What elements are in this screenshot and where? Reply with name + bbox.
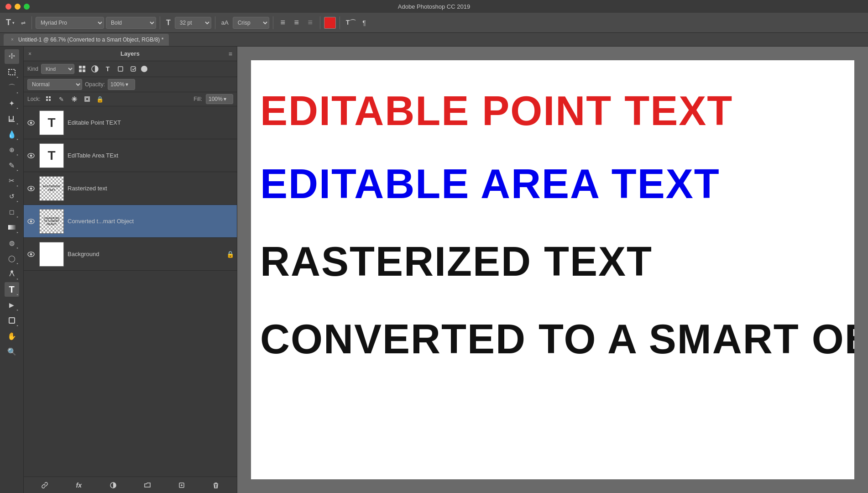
shape-tool[interactable]: ▸ [5, 313, 19, 328]
filter-shape-button[interactable] [115, 64, 125, 74]
filter-enable-circle[interactable] [141, 66, 147, 72]
blend-mode-select[interactable]: Normal Dissolve Multiply Screen Overlay [27, 79, 82, 90]
font-size-icon: T [164, 17, 173, 28]
fill-number: 100% [209, 96, 223, 102]
new-fill-layer-button[interactable] [108, 480, 119, 491]
layers-panel: × Layers ≡ Kind Kind Name Effect Mode At… [24, 47, 237, 493]
stamp-tool[interactable]: ✂ ▸ [5, 173, 19, 188]
gradient-tool[interactable]: ▸ [5, 220, 19, 235]
layer-name: Editable Point TEXT [68, 119, 234, 126]
crop-tool[interactable]: ▸ [5, 111, 19, 126]
main-toolbar: T ▾ ⇌ Myriad Pro Bold T 32 pt aA Crisp ≡… [0, 13, 868, 33]
filter-pixel-button[interactable] [77, 64, 87, 74]
aa-icon: aA [219, 18, 231, 27]
align-left-button[interactable]: ≡ [277, 17, 289, 29]
svg-rect-0 [9, 69, 15, 75]
lock-all-button[interactable]: 🔒 [95, 94, 105, 104]
path-selection-tool[interactable]: ▶ ▸ [5, 298, 19, 312]
selection-tool[interactable]: ▸ [5, 65, 19, 79]
zoom-tool[interactable]: 🔍 [5, 344, 19, 359]
maximize-button[interactable] [24, 4, 30, 10]
canvas-text-4: CONVERTED TO A SMART OBJECT [260, 316, 854, 363]
magic-wand-tool[interactable]: ✦ ▸ [5, 96, 19, 110]
title-bar: Adobe Photoshop CC 2019 [0, 0, 868, 13]
new-group-button[interactable] [142, 480, 153, 491]
layers-panel-header: × Layers ≡ [24, 47, 237, 61]
svg-rect-5 [83, 66, 85, 68]
layer-visibility-toggle[interactable] [26, 219, 36, 224]
lock-pixels-button[interactable] [44, 94, 53, 104]
char-panel-button[interactable]: ¶ [360, 18, 368, 28]
align-center-button[interactable]: ≡ [291, 17, 303, 29]
brush-tool[interactable]: ✎ ▸ [5, 158, 19, 173]
fill-value[interactable]: 100% ▾ [206, 94, 233, 104]
antialiasing-select[interactable]: Crisp [233, 17, 269, 29]
close-button[interactable] [5, 4, 11, 10]
font-name-select[interactable]: Myriad Pro [36, 17, 104, 29]
type-tool-button[interactable]: T ▾ [4, 16, 17, 29]
font-size-select[interactable]: 32 pt [175, 17, 211, 29]
document-tab[interactable]: × Untitled-1 @ 66.7% (Converted to a Sma… [4, 34, 169, 46]
svg-rect-20 [86, 98, 89, 100]
layer-visibility-toggle[interactable] [26, 186, 36, 191]
minimize-button[interactable] [15, 4, 21, 10]
font-style-select[interactable]: Bold [106, 17, 156, 29]
tab-label: Untitled-1 @ 66.7% (Converted to a Smart… [18, 37, 163, 43]
filter-smart-button[interactable] [128, 64, 138, 74]
svg-point-2 [11, 271, 13, 273]
new-layer-button[interactable] [176, 480, 187, 491]
opacity-value[interactable]: 100% ▾ [108, 79, 135, 90]
fill-label: Fill: [193, 96, 202, 102]
opacity-arrow[interactable]: ▾ [125, 81, 128, 88]
tab-bar: × Untitled-1 @ 66.7% (Converted to a Sma… [0, 33, 868, 47]
layer-visibility-toggle[interactable] [26, 153, 36, 158]
svg-rect-3 [9, 318, 15, 323]
filter-adjustment-button[interactable] [90, 64, 100, 74]
canvas-text-3: RASTERIZED TEXT [260, 238, 653, 285]
history-brush-tool[interactable]: ↺ ▸ [5, 189, 19, 204]
layer-item[interactable]: T Editable Point TEXT [24, 106, 237, 139]
text-orient-button[interactable]: ⇌ [19, 18, 28, 27]
lock-image-button[interactable]: ✎ [57, 94, 66, 104]
lock-artboard-button[interactable] [83, 94, 92, 104]
layers-menu-button[interactable]: ≡ [229, 50, 232, 58]
text-color-swatch[interactable] [324, 17, 336, 29]
type-tool-dropdown-arrow[interactable]: ▾ [12, 21, 15, 25]
layers-panel-close-button[interactable]: × [28, 51, 31, 57]
app-title: Adobe Photoshop CC 2019 [398, 3, 470, 10]
svg-rect-10 [131, 67, 136, 71]
canvas-area[interactable]: EDITABLE POINT TEXT EDITABLE AREA TEXT R… [237, 47, 868, 493]
blur-tool[interactable]: ◍ ▸ [5, 236, 19, 250]
eraser-tool[interactable]: ◻ ▸ [5, 205, 19, 219]
layer-visibility-toggle[interactable] [26, 252, 36, 257]
tab-close-icon[interactable]: × [9, 37, 16, 43]
eyedropper-tool[interactable]: 💧 ▸ [5, 127, 19, 142]
align-right-button[interactable]: ≡ [304, 17, 316, 29]
lock-position-button[interactable] [70, 94, 79, 104]
fill-arrow[interactable]: ▾ [224, 96, 226, 102]
healing-brush-tool[interactable]: ⊕ ▸ [5, 142, 19, 157]
text-orient-icon: ⇌ [21, 20, 26, 26]
warp-text-button[interactable]: T⌒ [344, 17, 359, 28]
layers-panel-title: Layers [120, 50, 140, 57]
layer-item[interactable]: Background 🔒 [24, 238, 237, 271]
main-area: ▸ ⌒ ▸ ✦ ▸ ▸ 💧 ▸ ⊕ ▸ ✎ ▸ ✂ ▸ [0, 47, 868, 493]
type-tool[interactable]: T ▸ [5, 282, 19, 297]
pen-tool[interactable]: ▸ [5, 267, 19, 281]
layer-item[interactable]: T EdITable Area TExt [24, 139, 237, 172]
window-controls [5, 4, 30, 10]
lasso-tool[interactable]: ⌒ ▸ [5, 80, 19, 95]
link-layers-button[interactable] [39, 480, 50, 491]
filter-text-button[interactable]: T [103, 64, 113, 74]
move-tool[interactable] [5, 49, 19, 64]
layer-item[interactable]: CONVERTEDTO A SMARTOBJECT Converted t...… [24, 205, 237, 238]
filter-kind-select[interactable]: Kind Name Effect Mode Attribute Color [41, 64, 74, 74]
layer-effects-button[interactable]: fx [73, 480, 84, 491]
layer-visibility-toggle[interactable] [26, 120, 36, 126]
hand-tool[interactable]: ✋ [5, 329, 19, 343]
canvas[interactable]: EDITABLE POINT TEXT EDITABLE AREA TEXT R… [251, 60, 854, 479]
layer-name: Background [68, 251, 223, 257]
delete-layer-button[interactable] [210, 480, 221, 491]
layer-item[interactable]: RASTERIZEDTEXT Rasterized text [24, 172, 237, 205]
dodge-tool[interactable]: ◯ ▸ [5, 251, 19, 266]
